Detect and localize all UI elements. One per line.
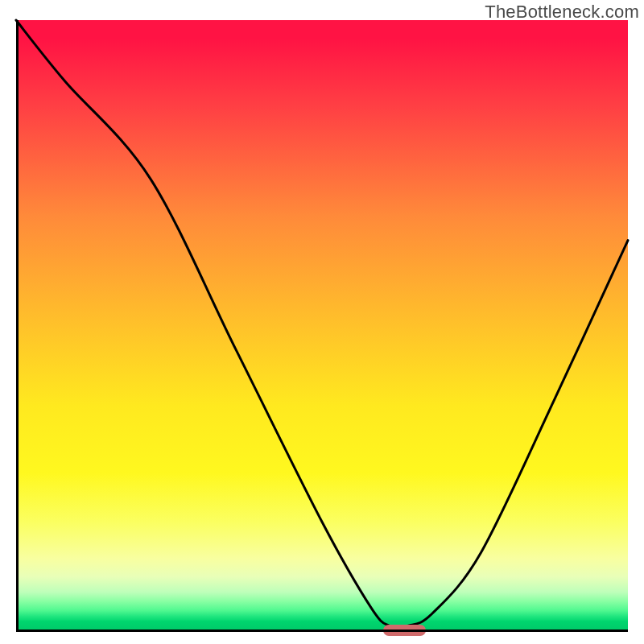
chart-container: TheBottleneck.com bbox=[0, 0, 644, 644]
curve-path bbox=[16, 20, 628, 628]
bottleneck-curve bbox=[16, 20, 628, 632]
optimal-range-marker bbox=[383, 625, 426, 636]
plot-area bbox=[16, 20, 628, 632]
watermark-text: TheBottleneck.com bbox=[485, 2, 639, 23]
